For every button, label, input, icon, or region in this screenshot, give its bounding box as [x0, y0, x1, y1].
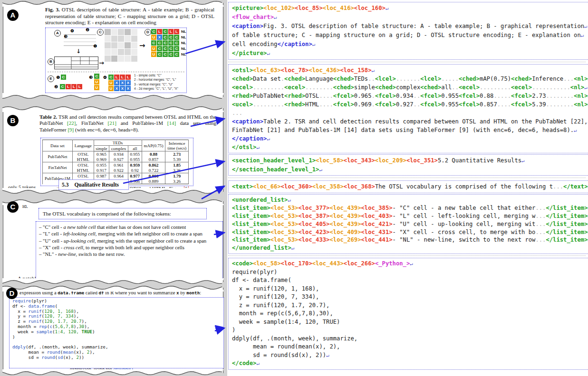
grid-cell [125, 49, 131, 55]
table-row: PubTables-1MOTSL0.9870.9640.9770.8961.79 [43, 173, 189, 179]
otsl-cell: C [163, 46, 168, 51]
content-text: Data set [253, 75, 281, 82]
fill-dots: ... [535, 221, 546, 227]
content-text: Language [305, 75, 333, 82]
return-icon: ↵ [386, 5, 389, 11]
output-line: <text><loc_66><loc_360><loc_358><loc_368… [232, 182, 588, 191]
otsl-cell: X [157, 35, 162, 40]
fill-dots: .... [319, 93, 333, 99]
e-num-4: ❹ [103, 75, 107, 80]
loc-tag: <loc_102> [263, 5, 295, 11]
results-table-box: Data setLanguageTEDsmAP(0.75)Inferenceti… [40, 138, 193, 186]
fill-dots: ......... [253, 84, 284, 91]
results-table: Data setLanguageTEDsmAP(0.75)Inferenceti… [42, 140, 189, 184]
output-line: </otsl>↵ [232, 143, 588, 151]
value-cell: 0.955 [94, 162, 109, 168]
value-cell: 0.955 [128, 157, 142, 162]
output-line: <ecel>.........<ecel>........<ched>simpl… [232, 83, 588, 92]
content-text: OTSL [305, 93, 319, 99]
figure-caption: Fig. 3. OTSL description of table struct… [45, 7, 214, 26]
torn-edge [2, 0, 224, 7]
doctag: </list_item> [546, 229, 588, 235]
2d-merge-example: CLLLUXXXUXXX [108, 75, 131, 92]
value-cell: 0.934 [109, 151, 128, 157]
return-icon: ↵ [288, 197, 291, 203]
grid-cell [125, 42, 131, 48]
doctag: <rhed> [284, 101, 305, 108]
loc-tag: <loc_441> [361, 236, 393, 243]
block-separator [228, 62, 586, 62]
doctag: <ched> [333, 84, 354, 91]
figure-caption-number: Fig. 3. [45, 7, 60, 12]
doctag: </list_item> [546, 236, 588, 243]
doctag: <ecel> [284, 84, 305, 91]
token-list-item: – "U" cell - up-looking cell, merging wi… [39, 237, 220, 244]
legend-line: 3 - vertical merges: "C", "U" [134, 83, 185, 86]
grid-cell [111, 56, 117, 62]
nl-label: NL [181, 35, 186, 40]
right-arrow-icon: → [99, 59, 104, 66]
token-list-item: – "C" cell - a new table cell that eithe… [39, 224, 220, 230]
r-code-box: require(plyr)df <- data.frame( x = runif… [9, 297, 224, 368]
content-text: - "U" cell - up-looking cell, merging wi… [393, 221, 536, 227]
otsl-cell: X [114, 80, 119, 85]
doctag: <fcel> [459, 93, 480, 99]
grid-cell [125, 36, 131, 42]
output-line: </section_header_level_1>↵ [232, 165, 588, 174]
legend-line: 2 - horizontal merges: "C", "L" [134, 78, 185, 81]
return-icon: ↵ [372, 67, 375, 74]
table-row: PubTabNetOTSL0.9650.9340.9550.882.73 [43, 151, 189, 157]
otsl-cell: C [168, 40, 174, 46]
loc-tag: <loc_405> [298, 221, 329, 227]
horizontal-merge-example: CLLL [60, 84, 82, 90]
sketch-num-3: ❸ [64, 35, 67, 39]
class-tag: <_Python_> [375, 260, 410, 267]
otsl-cell: C [61, 75, 66, 80]
output-line: <flow_chart>↵ [232, 13, 588, 22]
citation-ref: [9] [67, 127, 74, 132]
fill-dots: ..... [493, 93, 511, 99]
content-text: - "NL" - new-line, switch to the next ro… [393, 236, 536, 243]
output-line: </code>↵ [232, 359, 588, 368]
table-caption: Table 2. TSR and cell detection results … [39, 114, 216, 133]
doctag: <fcel> [420, 93, 441, 99]
table-header: mAP(0.75) [142, 140, 165, 151]
otsl-cell: C [151, 40, 156, 46]
content-text: Table 2. TSR and cell detection results … [263, 118, 588, 125]
figure-ref: 5 [184, 185, 189, 192]
fill-dots: ... [535, 213, 546, 219]
torn-edge [2, 104, 224, 112]
return-icon: ↵ [274, 14, 277, 20]
language-cell: OTSL [72, 162, 94, 168]
otsl-cell: C [157, 40, 162, 46]
doctag: <fcel> [333, 93, 354, 99]
label-c-badge: C [7, 201, 19, 213]
doctag: </section_header_level_1> [232, 166, 319, 173]
doctag: </list_item> [546, 205, 588, 211]
loc-tag: <loc_431> [361, 229, 393, 235]
value-cell: 1.79 [165, 173, 189, 179]
value-cell: 0.927 [109, 157, 128, 162]
text-segment: expression using a [19, 290, 58, 295]
grid-cell [131, 36, 137, 42]
content-text: cell encoding [232, 41, 277, 47]
grid-cell [131, 56, 137, 62]
otsl-cell: C [157, 46, 162, 51]
grid-cell [125, 29, 131, 35]
fill-dots: . [281, 75, 284, 82]
loc-tag: <loc_409> [329, 229, 361, 235]
r-code: require(plyr)df <- data.frame( x = runif… [12, 299, 221, 360]
otsl-cell: U [94, 79, 99, 85]
return-icon: ↵ [267, 50, 270, 56]
fill-dots: ....... [396, 75, 420, 82]
table-header: all [128, 146, 142, 151]
output-line: <list_item><loc_53><loc_387><loc_439><lo… [232, 212, 588, 220]
loc-tag: <loc_269> [329, 236, 361, 243]
language-cell: OTSL [72, 151, 94, 157]
output-line: ... [232, 109, 588, 117]
doctag: <fcel> [375, 93, 396, 99]
return-icon: ↵ [584, 23, 588, 29]
cell-encoding-legend: 1 - simple cells: "C"2 - horizontal merg… [134, 74, 185, 92]
doctag: <picture> [232, 5, 263, 11]
content-text: week = sample(1:4, 120, TRUE) [232, 319, 340, 325]
